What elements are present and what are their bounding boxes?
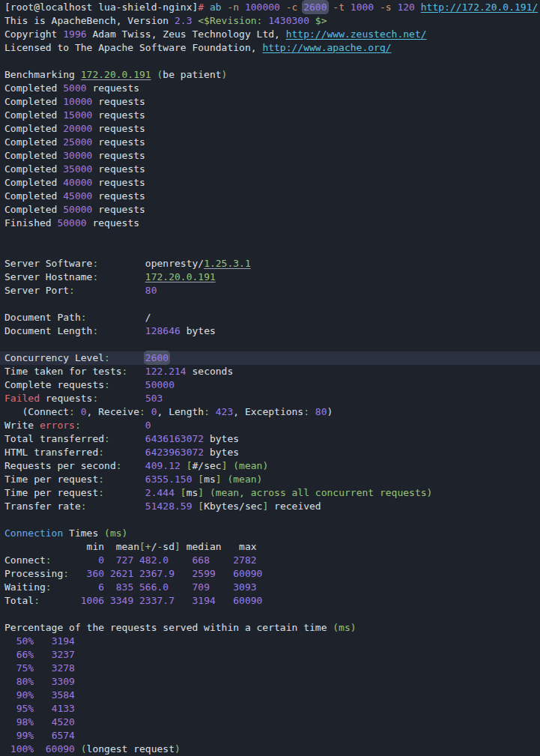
text-segment: 51428.59 [145, 501, 192, 512]
text-segment: Document Path [4, 312, 81, 323]
text-segment: ] [216, 474, 222, 485]
text-segment: This is ApacheBench, Version [4, 15, 175, 26]
text-segment [104, 487, 145, 498]
text-segment: 2367.9 [139, 568, 175, 579]
target-url: http://172.20.0.191/ [421, 1, 539, 13]
connect-row: Connect: 0 727 482.0 668 2782 [0, 554, 540, 567]
text-segment [34, 649, 51, 660]
progress-line: Completed 25000 requests [0, 136, 540, 149]
text-segment: 3309 [52, 676, 75, 687]
text-segment [151, 69, 157, 80]
text-segment: : [46, 554, 52, 566]
progress-line: Completed 35000 requests [0, 163, 540, 176]
text-segment [216, 595, 233, 606]
text-segment: seconds [186, 366, 234, 377]
text-segment: 1430300 [268, 15, 309, 26]
text-segment: median max [180, 541, 257, 552]
text-segment: : [104, 433, 110, 444]
text-segment: (ms) [333, 622, 356, 633]
text-segment [169, 581, 192, 593]
text-segment: Adam Twiss, Zeus Technology Ltd, [87, 28, 286, 40]
text-segment: 409.12 [145, 460, 180, 471]
text-segment [75, 406, 81, 417]
blank-line [0, 230, 540, 244]
progress-line: Completed 30000 requests [0, 149, 540, 163]
text-segment: 60090 [46, 743, 75, 755]
flag-t: -t [333, 1, 345, 13]
text-segment: (Connect [4, 406, 69, 417]
total-transferred-line: Total transferred: 6436163072 bytes [0, 432, 540, 446]
text-segment: 50000 [63, 204, 92, 215]
prompt-hash: # [198, 1, 204, 13]
text-segment [133, 568, 139, 579]
connection-times-header: Connection Times (ms) [0, 527, 540, 540]
progress-line: Completed 20000 requests [0, 122, 540, 136]
text-segment: 99% [16, 730, 34, 741]
text-segment [98, 393, 145, 404]
text-segment [4, 730, 16, 741]
concurrency-level-line: Concurrency Level: 2600 [0, 351, 540, 365]
text-segment: 2337.7 [139, 595, 175, 606]
text-segment: 835 [116, 581, 133, 593]
text-segment: Time per request [4, 487, 98, 498]
percentile-row: 50% 3194 [0, 635, 540, 648]
text-segment [145, 406, 151, 417]
text-segment: Kbytes/sec [204, 501, 262, 512]
text-segment: : [204, 406, 210, 417]
text-segment [175, 595, 192, 606]
text-segment: 25000 [63, 136, 92, 148]
text-segment [34, 635, 51, 647]
text-segment [34, 730, 51, 741]
text-segment [210, 581, 233, 593]
requests-per-second-line: Requests per second: 409.12 [#/sec] (mea… [0, 459, 540, 473]
text-segment [210, 554, 233, 566]
percentile-row: 95% 4133 [0, 702, 540, 716]
benchmark-ip: 172.20.0.191 [81, 69, 151, 80]
text-segment [175, 487, 180, 498]
terminal-window[interactable]: [root@localhost lua-shield-nginx]# ab -n… [0, 0, 540, 756]
html-transferred-line: HTML transferred: 6423963072 bytes [0, 446, 540, 459]
match-2600-command: 2600 [303, 1, 327, 13]
text-segment: 120 [397, 1, 414, 13]
text-segment: : [81, 312, 87, 323]
text-segment: Completed [4, 96, 63, 107]
text-segment: Completed [4, 136, 63, 148]
text-segment: openresty/ [98, 258, 204, 269]
text-segment: Completed [4, 163, 63, 175]
text-segment [104, 581, 116, 593]
text-segment [40, 595, 81, 606]
text-segment: 668 [192, 554, 210, 566]
text-segment: : [46, 581, 52, 593]
text-segment: Waiting [4, 581, 46, 593]
blank-line [0, 55, 540, 68]
text-segment: 360 [87, 568, 104, 579]
text-segment [110, 379, 145, 390]
text-segment [98, 325, 145, 336]
text-segment [75, 285, 145, 296]
blank-line [0, 297, 540, 311]
text-segment [4, 676, 16, 687]
text-segment [216, 568, 233, 579]
text-segment: [ [139, 541, 145, 552]
text-segment: ] [175, 541, 180, 552]
text-segment: 50000 [145, 379, 175, 390]
text-segment: , Exceptions [233, 406, 303, 417]
prompt-line: [root@localhost lua-shield-nginx]# ab -n… [0, 1, 540, 14]
text-segment: 709 [192, 581, 210, 593]
text-segment [34, 703, 51, 714]
text-segment: errors [40, 420, 75, 431]
text-segment: 3349 [110, 595, 133, 606]
text-segment [127, 366, 145, 377]
benchmarking-line: Benchmarking 172.20.0.191 (be patient) [0, 68, 540, 82]
version-line: This is ApacheBench, Version 2.3 <$Revis… [0, 14, 540, 28]
text-segment: 423 [216, 406, 233, 417]
text-segment: 15000 [63, 109, 92, 121]
text-segment: 45000 [63, 190, 92, 202]
progress-line: Completed 5000 requests [0, 82, 540, 95]
text-segment: ms [186, 487, 198, 498]
text-segment: 2621 [110, 568, 133, 579]
text-segment: ) [222, 69, 228, 80]
text-segment [104, 447, 145, 458]
text-segment [4, 689, 16, 701]
match-2600-result: 2600 [145, 352, 169, 363]
